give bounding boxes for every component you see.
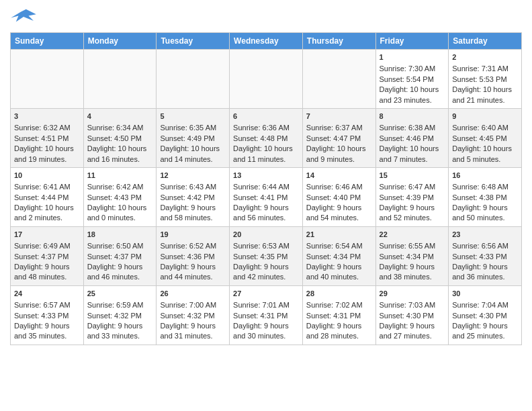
cell-text: Sunrise: 6:50 AM [87, 241, 153, 251]
cell-text: Sunrise: 6:46 AM [306, 182, 372, 192]
cell-text: Sunrise: 6:48 AM [452, 182, 518, 192]
cell-text: Daylight: 9 hours and 25 minutes. [452, 321, 518, 342]
day-number: 6 [233, 111, 299, 122]
day-number: 17 [14, 230, 80, 240]
day-number: 18 [87, 230, 153, 240]
cell-text: Daylight: 10 hours and 16 minutes. [87, 144, 153, 165]
cell-text: Daylight: 10 hours and 2 minutes. [14, 203, 80, 224]
cell-text: Sunrise: 6:52 AM [160, 241, 226, 251]
cell-text: Sunset: 4:39 PM [380, 193, 445, 203]
cell-text: Sunrise: 7:01 AM [233, 300, 299, 310]
calendar-cell: 26Sunrise: 7:00 AMSunset: 4:32 PMDayligh… [157, 285, 230, 345]
cell-text: Sunrise: 6:55 AM [380, 241, 445, 251]
cell-text: Daylight: 9 hours and 40 minutes. [306, 262, 372, 283]
col-header-monday: Monday [83, 33, 157, 50]
day-number: 19 [160, 230, 226, 240]
day-number: 27 [233, 289, 299, 299]
calendar-cell: 28Sunrise: 7:02 AMSunset: 4:31 PMDayligh… [302, 285, 375, 345]
cell-text: Daylight: 9 hours and 27 minutes. [380, 321, 445, 342]
cell-text: Daylight: 9 hours and 52 minutes. [380, 203, 445, 224]
cell-text: Sunrise: 6:53 AM [233, 241, 299, 251]
calendar-cell: 1Sunrise: 7:30 AMSunset: 5:54 PMDaylight… [375, 50, 449, 109]
day-number: 4 [87, 111, 153, 122]
calendar-cell: 13Sunrise: 6:44 AMSunset: 4:41 PMDayligh… [230, 167, 303, 226]
week-row-4: 17Sunrise: 6:49 AMSunset: 4:37 PMDayligh… [11, 226, 522, 285]
calendar-cell: 21Sunrise: 6:54 AMSunset: 4:34 PMDayligh… [302, 226, 375, 285]
calendar-cell [302, 50, 375, 109]
col-header-tuesday: Tuesday [157, 33, 230, 50]
cell-text: Daylight: 9 hours and 36 minutes. [452, 262, 518, 283]
cell-text: Daylight: 9 hours and 44 minutes. [160, 262, 226, 283]
col-header-thursday: Thursday [302, 33, 375, 50]
cell-text: Sunset: 4:41 PM [233, 193, 299, 203]
day-number: 30 [452, 289, 518, 299]
cell-text: Sunrise: 6:57 AM [14, 300, 80, 310]
col-header-wednesday: Wednesday [230, 33, 303, 50]
cell-text: Sunset: 4:47 PM [306, 134, 372, 144]
calendar-cell: 12Sunrise: 6:43 AMSunset: 4:42 PMDayligh… [157, 167, 230, 226]
day-number: 21 [306, 230, 372, 240]
cell-text: Daylight: 9 hours and 28 minutes. [306, 321, 372, 342]
day-number: 15 [380, 171, 445, 181]
cell-text: Sunrise: 6:35 AM [160, 123, 226, 133]
calendar-cell [230, 50, 303, 109]
cell-text: Daylight: 10 hours and 23 minutes. [380, 85, 445, 105]
cell-text: Sunrise: 6:37 AM [306, 123, 372, 133]
day-number: 2 [452, 52, 518, 62]
day-number: 5 [160, 111, 226, 122]
cell-text: Sunset: 4:37 PM [14, 252, 80, 262]
week-row-5: 24Sunrise: 6:57 AMSunset: 4:33 PMDayligh… [11, 285, 522, 345]
day-number: 9 [452, 111, 518, 122]
calendar-cell: 27Sunrise: 7:01 AMSunset: 4:31 PMDayligh… [230, 285, 303, 345]
cell-text: Sunset: 4:35 PM [233, 252, 299, 262]
cell-text: Sunset: 4:46 PM [380, 134, 445, 144]
calendar-cell [157, 50, 230, 109]
calendar-cell: 7Sunrise: 6:37 AMSunset: 4:47 PMDaylight… [302, 108, 375, 167]
calendar-cell: 4Sunrise: 6:34 AMSunset: 4:50 PMDaylight… [83, 108, 157, 167]
calendar-cell: 11Sunrise: 6:42 AMSunset: 4:43 PMDayligh… [83, 167, 157, 226]
cell-text: Sunset: 4:34 PM [306, 252, 372, 262]
cell-text: Daylight: 9 hours and 30 minutes. [233, 321, 299, 342]
cell-text: Daylight: 10 hours and 19 minutes. [14, 144, 80, 165]
col-header-saturday: Saturday [449, 33, 522, 50]
day-number: 1 [380, 52, 445, 62]
cell-text: Daylight: 10 hours and 14 minutes. [160, 144, 226, 165]
cell-text: Daylight: 9 hours and 31 minutes. [160, 321, 226, 342]
calendar-cell: 3Sunrise: 6:32 AMSunset: 4:51 PMDaylight… [11, 108, 84, 167]
cell-text: Daylight: 10 hours and 21 minutes. [452, 85, 518, 105]
cell-text: Sunrise: 7:31 AM [452, 64, 518, 74]
calendar-cell: 20Sunrise: 6:53 AMSunset: 4:35 PMDayligh… [230, 226, 303, 285]
cell-text: Sunrise: 6:32 AM [14, 123, 80, 133]
cell-text: Sunrise: 6:59 AM [87, 300, 153, 310]
cell-text: Sunset: 4:32 PM [87, 311, 153, 321]
calendar-cell: 25Sunrise: 6:59 AMSunset: 4:32 PMDayligh… [83, 285, 157, 345]
day-number: 14 [306, 171, 372, 181]
cell-text: Sunrise: 6:38 AM [380, 123, 445, 133]
cell-text: Daylight: 9 hours and 42 minutes. [233, 262, 299, 283]
calendar-cell: 2Sunrise: 7:31 AMSunset: 5:53 PMDaylight… [449, 50, 522, 109]
day-number: 7 [306, 111, 372, 122]
cell-text: Sunrise: 6:40 AM [452, 123, 518, 133]
calendar-cell: 17Sunrise: 6:49 AMSunset: 4:37 PMDayligh… [11, 226, 84, 285]
calendar-cell: 19Sunrise: 6:52 AMSunset: 4:36 PMDayligh… [157, 226, 230, 285]
cell-text: Daylight: 9 hours and 35 minutes. [14, 321, 80, 342]
cell-text: Daylight: 9 hours and 38 minutes. [380, 262, 445, 283]
calendar-cell: 9Sunrise: 6:40 AMSunset: 4:45 PMDaylight… [449, 108, 522, 167]
cell-text: Sunset: 4:49 PM [160, 134, 226, 144]
cell-text: Daylight: 9 hours and 50 minutes. [452, 203, 518, 224]
week-row-2: 3Sunrise: 6:32 AMSunset: 4:51 PMDaylight… [11, 108, 522, 167]
cell-text: Sunset: 4:50 PM [87, 134, 153, 144]
cell-text: Daylight: 10 hours and 11 minutes. [233, 144, 299, 165]
cell-text: Sunset: 5:53 PM [452, 75, 518, 85]
cell-text: Sunrise: 7:03 AM [380, 300, 445, 310]
week-row-3: 10Sunrise: 6:41 AMSunset: 4:44 PMDayligh… [11, 167, 522, 226]
day-number: 12 [160, 171, 226, 181]
cell-text: Sunset: 4:51 PM [14, 134, 80, 144]
day-number: 13 [233, 171, 299, 181]
cell-text: Sunrise: 7:00 AM [160, 300, 226, 310]
calendar-cell: 23Sunrise: 6:56 AMSunset: 4:33 PMDayligh… [449, 226, 522, 285]
cell-text: Sunset: 4:30 PM [452, 311, 518, 321]
col-header-friday: Friday [375, 33, 449, 50]
day-number: 8 [380, 111, 445, 122]
cell-text: Sunset: 4:37 PM [87, 252, 153, 262]
